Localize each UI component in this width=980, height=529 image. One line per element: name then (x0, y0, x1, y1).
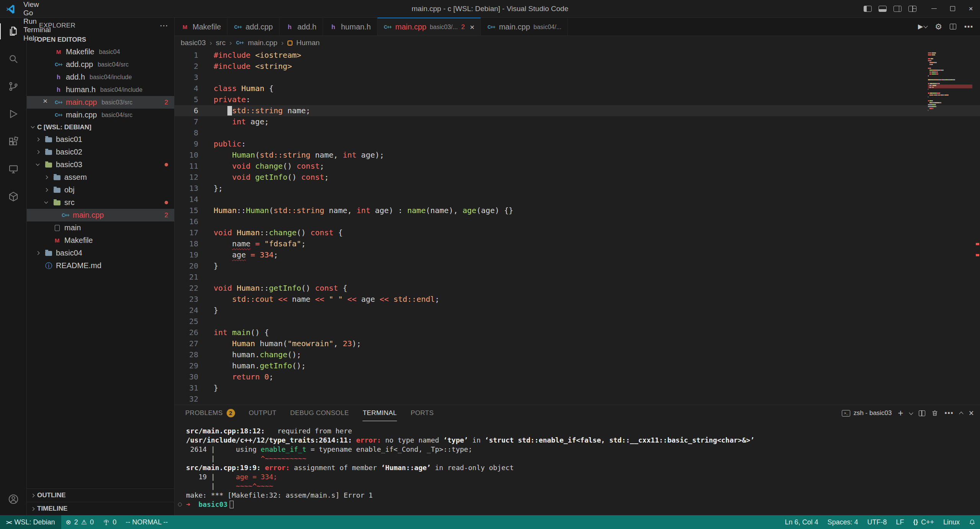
eol-status[interactable]: LF (891, 515, 908, 529)
terminal-output[interactable]: src/main.cpp:18:12: required from here/u… (175, 421, 980, 515)
tree-file-main[interactable]: main (27, 221, 174, 234)
tree-file-Makefile[interactable]: MMakefile (27, 234, 174, 247)
remote-os-status[interactable]: Linux (939, 515, 964, 529)
code-line-28[interactable]: 28 human.change(); (175, 349, 980, 360)
maximize-button[interactable] (943, 0, 962, 17)
command-decoration-icon[interactable] (178, 503, 182, 506)
open-editor-item[interactable]: hadd.hbasic04/include (27, 71, 174, 83)
code-line-1[interactable]: 1#include <iostream> (175, 50, 980, 61)
editor-more-actions-icon[interactable]: ⋯ (964, 21, 973, 32)
line-number[interactable]: 24 (175, 305, 198, 316)
kill-terminal-icon[interactable] (931, 410, 938, 417)
line-number[interactable]: 29 (175, 360, 198, 371)
open-editor-item[interactable]: C++main.cppbasic04/src (27, 109, 174, 121)
new-terminal-icon[interactable]: + (898, 408, 903, 418)
extensions-icon[interactable] (0, 128, 27, 155)
code-line-9[interactable]: 9public: (175, 138, 980, 150)
tree-folder-basic04[interactable]: basic04 (27, 247, 174, 259)
ports-status[interactable]: 0 (98, 515, 121, 529)
open-editor-item[interactable]: ×C++main.cppbasic03/src2 (27, 96, 174, 109)
line-number[interactable]: 6 (175, 105, 198, 116)
outline-section[interactable]: OUTLINE (27, 488, 174, 502)
breadcrumb-item[interactable]: main.cpp (248, 39, 277, 47)
line-number[interactable]: 23 (175, 294, 198, 305)
breadcrumb-item[interactable]: Human (296, 39, 320, 47)
code-line-12[interactable]: 12 void getInfo() const; (175, 172, 980, 183)
notifications-bell-icon[interactable] (964, 515, 980, 529)
open-editor-item[interactable]: MMakefilebasic04 (27, 46, 174, 58)
open-editor-item[interactable]: C++add.cppbasic04/src (27, 58, 174, 71)
menu-terminal[interactable]: Terminal (18, 26, 58, 34)
menu-help[interactable]: Help (18, 34, 58, 42)
panel-tab-terminal[interactable]: TERMINAL (363, 405, 397, 421)
line-number[interactable]: 7 (175, 116, 198, 127)
language-mode[interactable]: {} C++ (908, 515, 938, 529)
panel-tab-problems[interactable]: PROBLEMS2 (185, 405, 235, 421)
code-line-21[interactable]: 21 (175, 272, 980, 283)
code-line-17[interactable]: 17void Human::change() const { (175, 227, 980, 238)
line-number[interactable]: 13 (175, 183, 198, 194)
minimap[interactable] (928, 52, 972, 113)
split-terminal-icon[interactable] (919, 410, 925, 416)
code-line-23[interactable]: 23 std::cout << name << " " << age << st… (175, 294, 980, 305)
line-number[interactable]: 18 (175, 238, 198, 249)
line-number[interactable]: 17 (175, 227, 198, 238)
tree-folder-obj[interactable]: obj (27, 184, 174, 196)
code-line-2[interactable]: 2#include <string> (175, 61, 980, 72)
settings-gear-icon[interactable]: ⚙ (935, 22, 942, 31)
line-number[interactable]: 32 (175, 394, 198, 405)
editor-tab-add.h[interactable]: hadd.h (279, 18, 323, 36)
terminal-select[interactable]: >_ zsh - basic03 (842, 409, 892, 417)
panel-tab-output[interactable]: OUTPUT (249, 405, 276, 421)
code-line-19[interactable]: 19 age = 334; (175, 249, 980, 260)
line-number[interactable]: 19 (175, 249, 198, 260)
line-number[interactable]: 15 (175, 205, 198, 216)
code-line-4[interactable]: 4class Human { (175, 83, 980, 94)
indentation-status[interactable]: Spaces: 4 (823, 515, 862, 529)
code-editor[interactable]: 1#include <iostream>2#include <string>34… (175, 50, 980, 405)
panel-tab-debug-console[interactable]: DEBUG CONSOLE (290, 405, 349, 421)
maximize-panel-icon[interactable] (960, 411, 963, 415)
code-line-7[interactable]: 7 int age; (175, 116, 980, 127)
workspace-header[interactable]: C [WSL: DEBIAN] (27, 121, 174, 133)
code-line-27[interactable]: 27 Human human("meowrain", 23); (175, 338, 980, 349)
panel-tab-ports[interactable]: PORTS (411, 405, 434, 421)
editor-tab-human.h[interactable]: hhuman.h (323, 18, 377, 36)
minimize-button[interactable] (925, 0, 943, 17)
run-and-debug-icon[interactable] (0, 100, 27, 128)
line-number[interactable]: 2 (175, 61, 198, 72)
code-line-13[interactable]: 13}; (175, 183, 980, 194)
tree-folder-src[interactable]: src (27, 196, 174, 209)
code-line-26[interactable]: 26int main() { (175, 327, 980, 338)
code-line-8[interactable]: 8 (175, 127, 980, 138)
code-line-20[interactable]: 20} (175, 260, 980, 272)
close-window-button[interactable]: × (962, 0, 980, 17)
breadcrumb-item[interactable]: src (216, 39, 225, 47)
editor-tab-main.cpp[interactable]: C++main.cppbasic03/...2× (377, 18, 481, 36)
editor-tab-main.cpp[interactable]: C++main.cppbasic04/... (481, 18, 568, 36)
line-number[interactable]: 9 (175, 138, 198, 150)
code-line-14[interactable]: 14 (175, 194, 980, 205)
remote-explorer-icon[interactable] (0, 155, 27, 183)
search-icon[interactable] (0, 45, 27, 73)
code-line-30[interactable]: 30 return 0; (175, 371, 980, 383)
close-tab-icon[interactable]: × (470, 23, 474, 32)
line-number[interactable]: 5 (175, 94, 198, 105)
remote-indicator[interactable]: >< WSL: Debian (0, 515, 61, 529)
line-number[interactable]: 22 (175, 283, 198, 294)
toggle-panel-icon[interactable] (879, 6, 887, 12)
line-number[interactable]: 12 (175, 172, 198, 183)
line-number[interactable]: 11 (175, 161, 198, 172)
code-line-24[interactable]: 24} (175, 305, 980, 316)
source-control-icon[interactable] (0, 73, 27, 100)
panel-more-actions-icon[interactable]: ⋯ (944, 408, 954, 418)
run-file-button[interactable]: ▶ (918, 23, 927, 31)
menu-run[interactable]: Run (18, 17, 58, 26)
line-number[interactable]: 25 (175, 316, 198, 327)
close-panel-icon[interactable]: × (969, 408, 974, 418)
line-number[interactable]: 31 (175, 383, 198, 394)
line-number[interactable]: 1 (175, 50, 198, 61)
line-number[interactable]: 8 (175, 127, 198, 138)
code-line-11[interactable]: 11 void change() const; (175, 161, 980, 172)
code-line-18[interactable]: 18 name = "fdsafa"; (175, 238, 980, 249)
